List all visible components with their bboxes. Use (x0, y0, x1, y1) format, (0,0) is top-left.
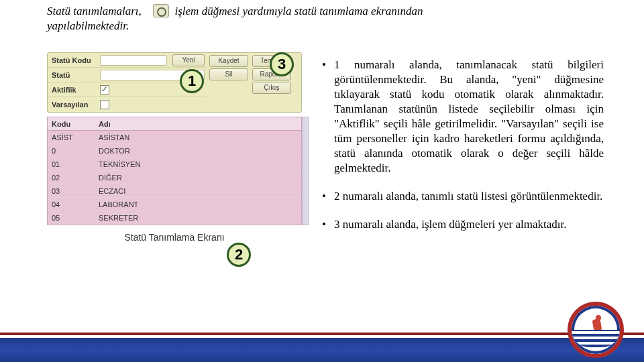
cell-kodu: 04 (48, 200, 95, 208)
yeni-button[interactable]: Yeni (172, 54, 205, 66)
marker-1: 1 (180, 69, 204, 93)
university-logo (568, 302, 624, 358)
header-kodu: Kodu (48, 120, 95, 128)
screenshot-caption: Statü Tanımlama Ekranı (47, 232, 302, 243)
kaydet-button[interactable]: Kaydet (209, 55, 248, 67)
cell-kodu: 0 (48, 147, 95, 155)
label-statu: Statü (48, 71, 97, 79)
cell-adi: TEKNİSYEN (95, 160, 301, 168)
label-aktiflik: Aktiflik (48, 86, 97, 94)
table-row[interactable]: ASİSTASİSTAN (48, 131, 301, 144)
cell-adi: LABORANT (95, 200, 301, 208)
row-varsayilan: Varsayılan (48, 97, 207, 112)
table-row[interactable]: 02DİĞER (48, 171, 301, 184)
cell-kodu: 01 (48, 160, 95, 168)
label-statu-kodu: Statü Kodu (48, 56, 97, 64)
marker-2: 2 (227, 243, 251, 267)
row-statu-kodu: Statü Kodu Yeni (48, 53, 207, 68)
screenshot: Statü Kodu Yeni Statü Aktiflik (47, 52, 302, 243)
cell-adi: ECZACI (95, 187, 301, 195)
header-adi: Adı (95, 120, 301, 128)
checkbox-varsayilan[interactable] (100, 100, 109, 109)
bullet-1: 1 numaralı alanda, tanımlanacak statü bi… (322, 58, 604, 176)
cell-kodu: 03 (48, 187, 95, 195)
footer (0, 333, 644, 362)
list-panel: Kodu Adı ASİSTASİSTAN 0DOKTOR 01TEKNİSYE… (47, 117, 302, 225)
bullet-2: 2 numaralı alanda, tanımlı statü listesi… (322, 189, 604, 204)
marker-3: 3 (270, 52, 294, 76)
intro-text: Statü tanımlamaları, yapılabilmektedir. … (47, 4, 597, 34)
sil-button[interactable]: Sil (209, 68, 248, 80)
table-row[interactable]: 04LABORANT (48, 198, 301, 211)
form-panel: Statü Kodu Yeni Statü Aktiflik (47, 52, 302, 113)
footer-blue-band (0, 338, 644, 362)
table-row[interactable]: 0DOKTOR (48, 144, 301, 158)
input-statu-kodu[interactable] (100, 55, 167, 66)
table-row[interactable]: 03ECZACI (48, 184, 301, 198)
cell-adi: SEKRETER (95, 214, 301, 222)
list-header: Kodu Adı (48, 117, 301, 131)
bullet-list: 1 numaralı alanda, tanımlanacak statü bi… (322, 58, 604, 245)
logo-waves-icon (572, 330, 620, 347)
bullet-3: 3 numaralı alanda, işlem düğmeleri yer a… (322, 217, 604, 232)
cell-kodu: 02 (48, 174, 95, 182)
cell-adi: DİĞER (95, 174, 301, 182)
cell-kodu: ASİST (48, 133, 95, 141)
page: { "intro": { "left": "Statü tanımlamalar… (0, 0, 644, 362)
cell-adi: DOKTOR (95, 147, 301, 155)
table-row[interactable]: 01TEKNİSYEN (48, 158, 301, 171)
checkbox-aktiflik[interactable] (100, 85, 109, 95)
intro-right: işlem düğmesi yardımıyla statü tanımlama… (175, 5, 423, 17)
action-icon (153, 4, 169, 17)
scrollbar[interactable] (302, 117, 309, 225)
cell-kodu: 05 (48, 214, 95, 222)
footer-red-line (0, 333, 644, 335)
intro-left: Statü tanımlamaları, yapılabilmektedir. (47, 4, 148, 34)
table-row[interactable]: 05SEKRETER (48, 211, 301, 225)
cikis-button[interactable]: Çıkış (252, 82, 291, 94)
label-varsayilan: Varsayılan (48, 101, 97, 109)
cell-adi: ASİSTAN (95, 133, 301, 141)
